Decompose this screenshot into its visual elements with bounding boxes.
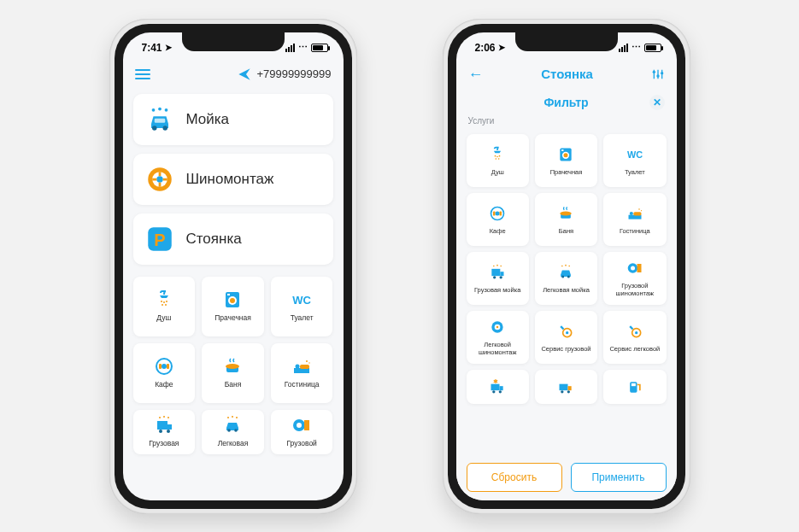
tile-label: Грузовая мойка [472,287,523,295]
tile-banya[interactable]: Баня [535,193,597,246]
tire-icon [145,165,174,194]
tile-shower[interactable]: Душ [133,277,196,336]
truck-icon [555,377,576,397]
wc-icon [625,144,645,165]
signal-icon [619,44,628,52]
truck-tire-icon [625,258,645,278]
reset-label: Сбросить [491,471,537,483]
tile-fuel[interactable] [603,370,666,404]
tile-label: Грузовой [284,440,319,448]
tile-label: Баня [556,228,576,236]
car-wash-small-icon [555,262,576,283]
fuel-icon [625,377,645,397]
tile-hotel[interactable]: Гостиница [603,193,666,246]
filter-content: Услуги Душ Прачечная Туалет [456,114,677,456]
tile-label: Прачечная [212,314,254,323]
tile-label: Сервис грузовой [538,346,593,354]
tile-wc[interactable]: Туалет [603,134,666,187]
truck-wash-icon [487,262,508,283]
tile-label: Гостиница [617,228,653,236]
filter-sliders-icon[interactable] [651,67,665,81]
truck-wash-icon [154,415,174,436]
tile-label: Сервис легковой [607,346,662,354]
category-label: Стоянка [186,231,242,248]
tile-label: Туалет [288,314,316,323]
tile-cartire[interactable]: Легковой шиномонтаж [467,311,529,364]
tile-truckwash[interactable]: Грузовая мойка [467,252,529,305]
apply-button[interactable]: Применить [571,463,667,492]
car-tire-icon [487,317,508,337]
hotel-icon [291,356,312,377]
laundry-icon [555,144,576,165]
close-icon[interactable]: ✕ [649,95,665,110]
battery-icon [644,44,661,52]
category-label: Шиномонтаж [186,171,274,188]
car-wash-small-icon [222,415,243,436]
tile-label: Кафе [487,228,508,236]
category-wash[interactable]: Мойка [133,94,333,145]
shower-icon [154,289,174,310]
tile-label: Легковая мойка [540,287,592,295]
banya-icon [555,203,576,224]
tile-truckservice[interactable]: Сервис грузовой [535,311,597,364]
tile-laundry[interactable]: Прачечная [202,277,264,336]
tile-truckwash[interactable]: Грузовая [133,410,196,454]
tile-carservice[interactable]: Сервис легковой [603,311,666,364]
wifi-icon: ⋯ [632,42,641,53]
laundry-icon [222,289,243,310]
tile-truck2[interactable] [535,370,597,404]
category-parking[interactable]: Стоянка [133,213,333,265]
tile-trucktire[interactable]: Грузовой [271,410,333,454]
tile-label: Душ [154,314,173,323]
tile-label: Туалет [622,169,648,177]
apply-label: Применить [591,471,644,483]
page-title: Стоянка [484,67,651,81]
tile-label: Грузовой шиномонтаж [603,283,666,297]
tile-cafe[interactable]: Кафе [467,193,529,246]
filter-title: Фильтр [543,96,588,109]
phone-frame-1: 7:41 ➤ ⋯ +79999999999 [109,19,357,514]
phone-frame-2: 2:06 ➤ ⋯ ← Стоянка Фильтр ✕ [443,19,690,514]
location-icon: ➤ [165,43,172,52]
tile-wc[interactable]: Туалет [271,277,333,336]
notch [182,32,285,51]
tile-label: Прачечная [548,169,585,177]
truck-cold-icon [487,377,508,397]
back-icon[interactable]: ← [468,67,484,82]
tile-label: Легковая [215,440,251,448]
tile-label: Баня [222,381,244,389]
status-time: 7:41 [142,42,162,54]
tile-carwash[interactable]: Легковая [202,410,264,454]
truck-tire-icon [291,415,312,436]
tile-banya[interactable]: Баня [202,343,264,403]
tile-truckcold[interactable] [467,370,529,404]
hotel-icon [625,203,645,224]
notch [515,32,618,51]
phone-number[interactable]: +79999999999 [256,67,331,80]
reset-button[interactable]: Сбросить [467,463,562,492]
filter-grid: Душ Прачечная Туалет Кафе [467,134,667,404]
topbar: +79999999999 [123,58,344,91]
truck-service-icon [555,321,576,342]
section-label: Услуги [467,114,667,126]
location-icon: ➤ [498,43,505,52]
tile-hotel[interactable]: Гостиница [271,343,333,403]
tile-label: Грузовая [146,440,181,448]
menu-icon[interactable] [135,69,150,79]
tile-label: Легковой шиномонтаж [467,342,529,356]
tile-carwash[interactable]: Легковая мойка [535,252,597,305]
filter-header: Фильтр ✕ [456,91,677,114]
category-tire[interactable]: Шиномонтаж [133,154,333,205]
tile-shower[interactable]: Душ [467,134,529,187]
wifi-icon: ⋯ [298,42,308,53]
car-wash-icon [145,105,174,134]
banya-icon [222,356,243,377]
category-label: Мойка [186,111,230,128]
main-content: Мойка Шиномонтаж Стоянка Душ [123,91,344,500]
tile-cafe[interactable]: Кафе [133,343,196,403]
tile-trucktire[interactable]: Грузовой шиномонтаж [603,252,666,305]
cafe-icon [487,203,508,224]
send-icon[interactable] [238,67,251,81]
tile-label: Душ [489,169,507,177]
tile-laundry[interactable]: Прачечная [535,134,597,187]
